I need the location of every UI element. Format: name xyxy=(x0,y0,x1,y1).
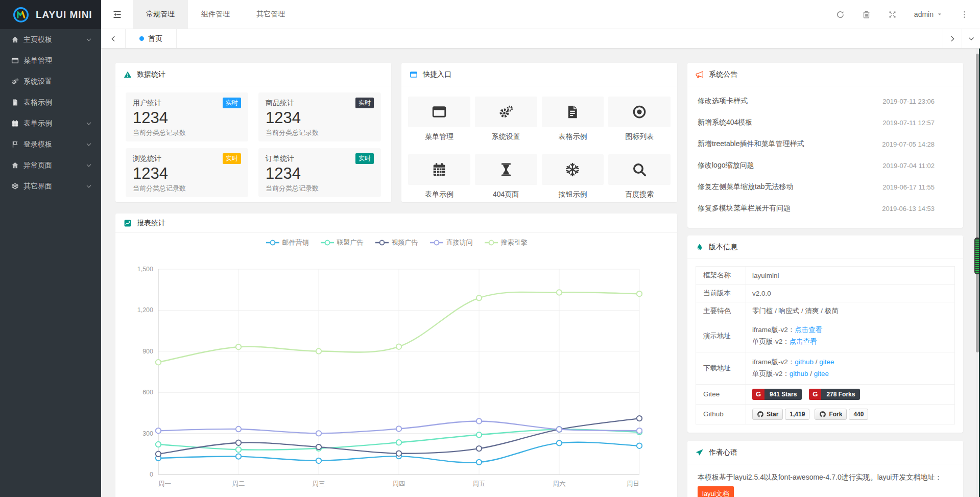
notice-item[interactable]: 修改logo缩放问题2019-07-04 11:02 xyxy=(698,155,953,176)
user-dropdown[interactable]: admin xyxy=(914,10,943,18)
data-point-视频广告 xyxy=(316,444,321,449)
stat-box-订单统计: 订单统计实时1234当前分类总记录数 xyxy=(258,148,381,197)
logo[interactable]: LAYUI MINI xyxy=(0,0,101,29)
chevron-down-icon xyxy=(86,121,92,127)
header-tab-其它管理[interactable]: 其它管理 xyxy=(243,0,298,29)
quick-entry-box xyxy=(542,154,604,185)
collapse-sidebar-button[interactable] xyxy=(101,0,133,29)
quick-entry-图标列表[interactable]: 图标列表 xyxy=(608,97,671,141)
notice-card: 系统公告 修改选项卡样式2019-07-11 23:06新增系统404模板201… xyxy=(687,63,963,228)
sidebar-item-登录模板[interactable]: 登录模板 xyxy=(0,134,101,155)
data-point-搜索引擎 xyxy=(476,295,482,300)
quick-entry-表单示例[interactable]: 表单示例 xyxy=(408,154,470,199)
sidebar-item-表单示例[interactable]: 表单示例 xyxy=(0,113,101,134)
header-nav-tabs: 常规管理组件管理其它管理 xyxy=(133,0,298,29)
header-tab-常规管理[interactable]: 常规管理 xyxy=(133,0,188,29)
link-github[interactable]: github xyxy=(795,358,814,366)
notice-text: 修复左侧菜单缩放tab无法移动 xyxy=(698,182,793,192)
notice-text: 修改选项卡样式 xyxy=(698,97,748,106)
data-point-邮件营销 xyxy=(557,440,562,445)
quick-entry-404页面[interactable]: 404页面 xyxy=(475,154,537,199)
link-点击查看[interactable]: 点击查看 xyxy=(790,338,817,345)
legend-item-直接访问[interactable]: 直接访问 xyxy=(429,238,473,247)
tab-scroll-left-button[interactable] xyxy=(101,29,126,48)
tab-list-dropdown-button[interactable] xyxy=(962,29,980,48)
sidebar-item-菜单管理[interactable]: 菜单管理 xyxy=(0,50,101,71)
github-fork-button[interactable]: Fork xyxy=(815,409,847,420)
warning-triangle-icon xyxy=(124,70,132,79)
link-github[interactable]: github xyxy=(790,370,808,377)
notice-date: 2019-06-17 11:55 xyxy=(882,183,953,191)
quick-entry-label: 表单示例 xyxy=(408,190,470,199)
home-icon xyxy=(11,161,23,169)
sidebar-item-系统设置[interactable]: 系统设置 xyxy=(0,71,101,92)
quick-entry-label: 系统设置 xyxy=(475,132,537,141)
version-row-框架名称: 框架名称layuimini xyxy=(696,267,955,285)
sidebar-item-表格示例[interactable]: 表格示例 xyxy=(0,92,101,113)
hourglass-icon xyxy=(498,162,514,177)
content: 数据统计 用户统计实时1234当前分类总记录数商品统计实时1234当前分类总记录… xyxy=(101,49,980,497)
notice-item[interactable]: 修复多模块菜单栏展开有问题2019-06-13 14:53 xyxy=(698,198,953,219)
calendar-icon xyxy=(11,120,23,127)
version-row-label: 当前版本 xyxy=(696,285,746,302)
version-card-header: 版本信息 xyxy=(687,235,963,259)
github-star-button[interactable]: Star xyxy=(752,409,783,420)
svg-text:1,200: 1,200 xyxy=(137,306,153,314)
stat-label: 用户统计 xyxy=(133,99,161,108)
svg-text:600: 600 xyxy=(142,389,153,396)
sidebar-item-label: 表格示例 xyxy=(23,98,92,107)
gears-icon xyxy=(11,78,23,85)
tab-home[interactable]: 首页 xyxy=(126,29,177,48)
github-badge-Fork[interactable]: Fork440 xyxy=(815,409,868,420)
legend-item-联盟广告[interactable]: 联盟广告 xyxy=(320,238,364,247)
link-gitee[interactable]: gitee xyxy=(819,358,834,366)
version-row-value: layuimini xyxy=(746,267,955,285)
notice-item[interactable]: 新增系统404模板2019-07-11 12:57 xyxy=(698,112,953,133)
notice-item[interactable]: 修改选项卡样式2019-07-11 23:06 xyxy=(698,90,953,112)
sidebar-item-异常页面[interactable]: 异常页面 xyxy=(0,155,101,176)
quick-entry-按钮示例[interactable]: 按钮示例 xyxy=(542,154,604,199)
gitee-badge-278 Forks[interactable]: G278 Forks xyxy=(809,389,860,400)
layui-doc-badge[interactable]: layui文档 xyxy=(698,486,734,497)
line-chart[interactable]: 周一周二周三周四周五周六周日03006009001,2001,500 xyxy=(115,252,677,497)
tab-scroll-right-button[interactable] xyxy=(943,29,962,48)
header-tab-组件管理[interactable]: 组件管理 xyxy=(188,0,243,29)
svg-text:0: 0 xyxy=(150,471,153,478)
data-point-直接访问 xyxy=(236,427,241,432)
link-gitee[interactable]: gitee xyxy=(814,370,829,377)
quick-entry-菜单管理[interactable]: 菜单管理 xyxy=(408,97,470,141)
version-card-title: 版本信息 xyxy=(709,243,737,252)
sidebar-item-主页模板[interactable]: 主页模板 xyxy=(0,29,101,50)
sidebar-item-其它界面[interactable]: 其它界面 xyxy=(0,176,101,197)
svg-text:周日: 周日 xyxy=(627,480,639,487)
more-vertical-icon[interactable] xyxy=(960,10,969,19)
stats-card-header: 数据统计 xyxy=(115,63,391,86)
stat-desc: 当前分类总记录数 xyxy=(133,184,241,193)
version-body: 框架名称layuimini当前版本v2.0.0主要特色零门槛 / 响应式 / 清… xyxy=(687,259,963,432)
notice-date: 2019-07-11 23:06 xyxy=(882,98,953,105)
quick-entry-系统设置[interactable]: 系统设置 xyxy=(475,97,537,141)
quick-entry-box xyxy=(408,154,470,185)
data-point-搜索引擎 xyxy=(316,348,321,353)
notice-item[interactable]: 修复左侧菜单缩放tab无法移动2019-06-17 11:55 xyxy=(698,176,953,198)
notice-item[interactable]: 新增treetable插件和菜单管理样式2019-07-05 14:28 xyxy=(698,133,953,155)
notice-text: 新增系统404模板 xyxy=(698,118,752,127)
link-点击查看[interactable]: 点击查看 xyxy=(795,326,822,334)
fullscreen-icon[interactable] xyxy=(888,10,897,19)
username: admin xyxy=(914,10,934,18)
version-row-value: iframe版-v2：github / gitee单页版-v2：github /… xyxy=(746,352,955,384)
quick-entry-百度搜索[interactable]: 百度搜索 xyxy=(608,154,671,199)
quick-entry-label: 按钮示例 xyxy=(542,190,604,199)
legend-item-搜索引擎[interactable]: 搜索引擎 xyxy=(484,238,528,247)
notice-text: 修复多模块菜单栏展开有问题 xyxy=(698,204,791,213)
legend-item-邮件营销[interactable]: 邮件营销 xyxy=(266,238,309,247)
refresh-icon[interactable] xyxy=(836,10,845,19)
author-body: 本模板基于layui2.5.4以及font-awesome-4.7.0进行实现。… xyxy=(687,464,963,497)
chart-card: 报表统计 邮件营销联盟广告视频广告直接访问搜索引擎 周一周二周三周四周五周六周日… xyxy=(115,214,677,497)
gitee-badge-941 Stars[interactable]: G941 Stars xyxy=(752,389,802,400)
trash-icon[interactable] xyxy=(862,10,871,19)
github-badge-Star[interactable]: Star1,419 xyxy=(752,409,809,420)
quick-entry-表格示例[interactable]: 表格示例 xyxy=(542,97,604,141)
legend-item-视频广告[interactable]: 视频广告 xyxy=(375,238,418,247)
data-point-搜索引擎 xyxy=(236,344,241,349)
